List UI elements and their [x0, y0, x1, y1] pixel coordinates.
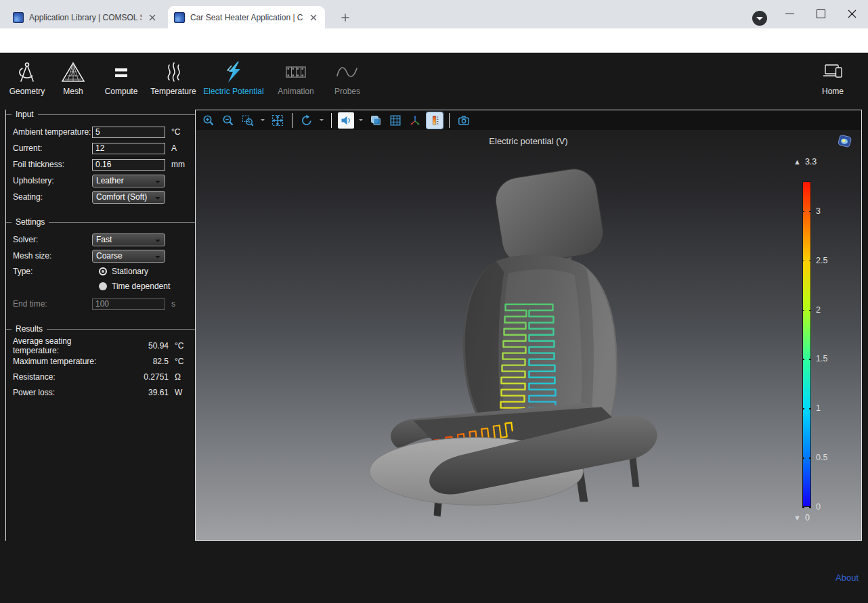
result-value: 50.94	[102, 341, 169, 351]
field-label: Solver:	[13, 235, 92, 244]
legend-tick: 1	[816, 403, 821, 413]
zoom-box-icon[interactable]	[240, 112, 256, 129]
electric-potential-button[interactable]: Electric Potential	[202, 58, 265, 96]
rotate-icon[interactable]	[299, 112, 315, 129]
compute-button[interactable]: Compute	[97, 58, 145, 96]
max-triangle-icon: ▲	[794, 158, 801, 166]
field-label: Current:	[13, 143, 92, 153]
chevron-down-icon	[155, 181, 160, 186]
max-temperature-row: Maximum temperature: 82.5 °C	[13, 356, 195, 367]
legend-tick: 2	[816, 305, 821, 315]
ambient-temperature-input[interactable]	[92, 127, 165, 138]
tab-title: Application Library | COMSOL Se	[29, 13, 142, 22]
settings-group-header: Settings	[6, 217, 195, 227]
field-label: Type:	[13, 267, 92, 276]
ambient-temperature-row: Ambient temperature: °C	[13, 126, 195, 138]
upholstery-row: Upholstery: Leather	[13, 175, 195, 187]
resistance-row: Resistance: 0.2751 Ω	[13, 372, 195, 382]
snapshot-camera-icon[interactable]	[456, 112, 472, 129]
max-value: 3.3	[805, 157, 817, 166]
unit-label: °C	[165, 127, 192, 137]
legend-min: ▼ 0	[794, 513, 810, 522]
window-maximize-button[interactable]	[805, 0, 836, 27]
sine-wave-icon	[334, 60, 361, 85]
about-link[interactable]: About	[836, 573, 859, 583]
current-input[interactable]	[92, 143, 165, 154]
window-close-button[interactable]	[836, 0, 867, 27]
avg-seating-temperature-row: Average seating temperature: 50.94 °C	[13, 340, 195, 351]
comsol-favicon	[13, 12, 24, 23]
browser-update-badge[interactable]	[752, 11, 767, 26]
tab-close-icon[interactable]	[147, 12, 158, 23]
radio-label: Time dependent	[112, 282, 170, 291]
field-label: Seating:	[13, 192, 92, 202]
upholstery-dropdown[interactable]: Leather	[92, 175, 165, 187]
legend-tick: 2.5	[816, 256, 827, 265]
time-dependent-radio[interactable]	[99, 282, 107, 290]
plot-canvas[interactable]: Electric potential (V)	[196, 130, 861, 540]
lightning-bolt-icon	[220, 60, 247, 85]
zoom-box-menu-caret[interactable]	[259, 112, 266, 129]
car-seat-model	[196, 130, 861, 539]
result-value: 39.61	[102, 388, 169, 397]
tab-close-icon[interactable]	[308, 12, 319, 23]
heat-waves-icon	[160, 60, 187, 85]
film-strip-icon	[282, 60, 309, 85]
power-loss-row: Power loss: 39.61 W	[13, 387, 195, 398]
min-triangle-icon: ▼	[794, 514, 801, 522]
seating-row: Seating: Comfort (Soft)	[13, 191, 195, 203]
app-ribbon: Geometry Mesh Compute	[0, 53, 868, 112]
unit-label: mm	[165, 160, 192, 169]
axes-orientation-icon[interactable]	[407, 112, 423, 129]
result-value: 0.2751	[102, 372, 169, 382]
new-tab-button[interactable]	[337, 9, 354, 26]
scene-light-menu-caret[interactable]	[357, 112, 364, 129]
stationary-radio[interactable]	[99, 267, 107, 275]
probes-button[interactable]: Probes	[326, 58, 368, 96]
min-value: 0	[805, 513, 810, 522]
chevron-down-icon	[155, 197, 160, 202]
end-time-row: End time: s	[13, 298, 195, 310]
devices-icon	[819, 60, 846, 85]
solver-row: Solver: Fast	[13, 233, 195, 246]
end-time-input	[92, 298, 165, 310]
browser-tab-strip: Application Library | COMSOL Se Car Seat…	[0, 0, 868, 28]
color-legend-icon[interactable]	[427, 112, 443, 129]
mesh-size-row: Mesh size: Coarse	[13, 250, 195, 262]
unit-label: s	[165, 299, 192, 309]
field-label: Ambient temperature:	[13, 127, 92, 137]
graphics-toolbar	[196, 110, 861, 130]
settings-sidebar: Input Ambient temperature: °C Current: A…	[6, 110, 195, 403]
tab-car-seat-heater[interactable]: Car Seat Heater Application | CO	[168, 6, 325, 28]
legend-tick: 0	[816, 502, 821, 512]
solver-dropdown[interactable]: Fast	[92, 233, 165, 246]
comsol-favicon	[174, 12, 185, 23]
screen: Application Library | COMSOL Se Car Seat…	[0, 0, 868, 603]
mesh-button[interactable]: Mesh	[51, 58, 95, 96]
toolbar-separator	[292, 113, 292, 128]
window-minimize-button[interactable]	[774, 0, 805, 27]
tab-application-library[interactable]: Application Library | COMSOL Se	[7, 6, 164, 28]
mesh-size-dropdown[interactable]: Coarse	[92, 250, 165, 263]
radio-label: Stationary	[112, 267, 148, 276]
toolbar-separator	[449, 113, 450, 128]
grid-icon[interactable]	[387, 112, 404, 129]
zoom-out-icon[interactable]	[220, 112, 236, 129]
animation-button[interactable]: Animation	[268, 58, 324, 96]
temperature-button[interactable]: Temperature	[148, 58, 199, 96]
toolbar-separator	[331, 113, 332, 128]
field-label: Upholstery:	[13, 176, 92, 185]
zoom-extents-icon[interactable]	[269, 112, 286, 129]
scene-light-icon[interactable]	[338, 112, 354, 129]
rotate-menu-caret[interactable]	[318, 112, 325, 129]
current-row: Current: A	[13, 142, 195, 154]
geometry-button[interactable]: Geometry	[5, 58, 49, 96]
transparency-icon[interactable]	[368, 112, 384, 129]
foil-thickness-row: Foil thickness: mm	[13, 158, 195, 171]
home-button[interactable]: Home	[808, 58, 857, 96]
stationary-radio-row: Stationary	[99, 266, 195, 276]
legend-max: ▲ 3.3	[794, 157, 817, 166]
zoom-in-icon[interactable]	[200, 112, 217, 129]
foil-thickness-input[interactable]	[92, 159, 165, 171]
seating-dropdown[interactable]: Comfort (Soft)	[92, 191, 165, 204]
